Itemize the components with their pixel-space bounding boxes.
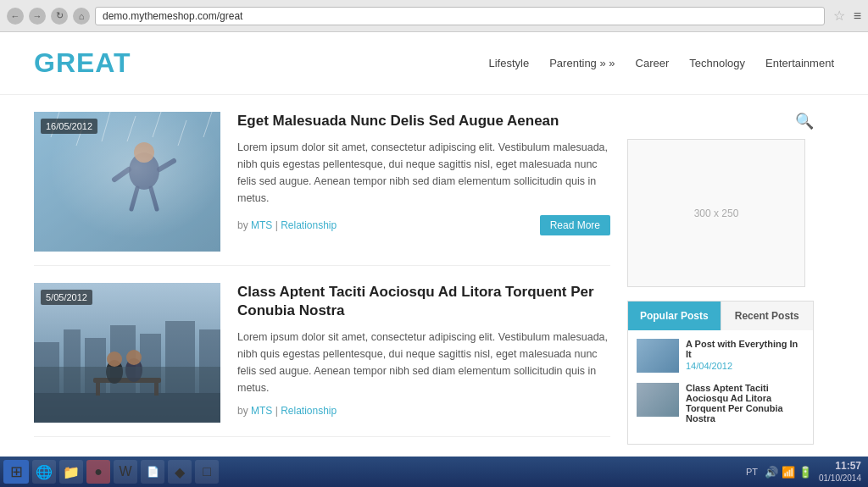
category-link[interactable]: Relationship xyxy=(281,219,337,231)
network-icon[interactable]: 📶 xyxy=(782,466,795,472)
widget-tab-content: A Post with Everything In It 14/04/2012 … xyxy=(628,330,813,444)
widget-tabs: Popular Posts Recent Posts A Post with E… xyxy=(627,301,814,445)
widget-post-thumbnail xyxy=(637,383,679,417)
bookmark-icon[interactable]: ☆ xyxy=(833,8,845,24)
website-content: GREAT Lifestyle Parenting » Career Techn… xyxy=(0,32,868,471)
post-meta: by MTS | Relationship xyxy=(237,405,610,417)
site-nav: Lifestyle Parenting » Career Technology … xyxy=(488,57,834,69)
nav-technology[interactable]: Technology xyxy=(689,57,745,69)
taskbar-folder-icon[interactable]: 📁 xyxy=(59,460,83,471)
widget-post-info: Class Aptent Taciti Aociosqu Ad Litora T… xyxy=(686,383,804,425)
taskbar-right: PT 🔊 📶 🔋 11:57 01/10/2014 xyxy=(746,460,865,471)
nav-parenting[interactable]: Parenting » xyxy=(549,57,615,69)
svg-line-7 xyxy=(178,120,186,146)
list-item: Class Aptent Taciti Aociosqu Ad Litora T… xyxy=(637,383,804,425)
svg-line-8 xyxy=(203,112,212,137)
post-content: Class Aptent Taciti Aociosqu Ad Litora T… xyxy=(237,283,610,423)
search-icon[interactable]: 🔍 xyxy=(627,112,814,130)
back-button[interactable]: ← xyxy=(7,8,24,25)
read-more-button[interactable]: Read More xyxy=(540,215,610,235)
category-link[interactable]: Relationship xyxy=(281,405,337,417)
post-content: Eget Malesuada Nunc Delis Sed Augue Aene… xyxy=(237,112,610,252)
svg-rect-17 xyxy=(64,329,81,393)
battery-icon[interactable]: 🔋 xyxy=(798,466,812,472)
post-card: 5/05/2012 Class Aptent Taciti Aociosqu A… xyxy=(34,283,610,437)
nav-lifestyle[interactable]: Lifestyle xyxy=(488,57,529,69)
svg-line-6 xyxy=(153,112,161,137)
svg-line-14 xyxy=(151,188,157,209)
widget-post-title[interactable]: Class Aptent Taciti Aociosqu Ad Litora T… xyxy=(686,383,804,423)
post-title[interactable]: Eget Malesuada Nunc Delis Sed Augue Aene… xyxy=(237,112,610,130)
recent-posts-tab[interactable]: Recent Posts xyxy=(721,302,814,330)
svg-line-11 xyxy=(114,169,129,180)
ad-placeholder: 300 x 250 xyxy=(627,139,805,287)
taskbar-app1-icon[interactable]: ● xyxy=(86,460,110,471)
svg-rect-20 xyxy=(140,334,161,393)
menu-icon[interactable]: ≡ xyxy=(854,8,861,24)
home-button[interactable]: ⌂ xyxy=(73,8,90,25)
svg-line-4 xyxy=(102,112,110,141)
svg-rect-25 xyxy=(96,383,100,396)
svg-line-5 xyxy=(127,116,136,141)
taskbar-locale: PT xyxy=(746,467,758,471)
svg-point-28 xyxy=(107,351,122,367)
address-bar[interactable]: demo.mythemeshop.com/great xyxy=(95,7,825,25)
svg-point-9 xyxy=(129,152,159,190)
widget-post-thumbnail xyxy=(637,339,679,373)
list-item: A Post with Everything In It 14/04/2012 xyxy=(637,339,804,373)
content-area: 16/05/2012 Eget Malesuada Nunc Delis Sed… xyxy=(34,112,610,454)
taskbar-app5-icon[interactable]: □ xyxy=(195,460,219,471)
refresh-button[interactable]: ↻ xyxy=(51,8,68,25)
widget-post-date: 14/04/2012 xyxy=(686,361,804,371)
widget-post-info: A Post with Everything In It 14/04/2012 xyxy=(686,339,804,373)
nav-career[interactable]: Career xyxy=(636,57,670,69)
site-header: GREAT Lifestyle Parenting » Career Techn… xyxy=(0,32,868,95)
svg-line-12 xyxy=(159,161,174,169)
svg-point-10 xyxy=(134,142,154,163)
forward-button[interactable]: → xyxy=(29,8,46,25)
post-author-category: by MTS | Relationship xyxy=(237,405,337,417)
post-thumbnail: 16/05/2012 xyxy=(34,112,220,252)
popular-posts-tab[interactable]: Popular Posts xyxy=(628,302,721,330)
svg-rect-21 xyxy=(165,321,195,393)
taskbar-sys-icons: 🔊 📶 🔋 xyxy=(765,466,812,472)
post-date: 5/05/2012 xyxy=(41,290,92,305)
widget-post-title[interactable]: A Post with Everything In It xyxy=(686,339,804,359)
speaker-icon[interactable]: 🔊 xyxy=(765,466,778,472)
taskbar-app3-icon[interactable]: 📄 xyxy=(141,460,164,471)
taskbar-app2-icon[interactable]: W xyxy=(114,460,137,471)
svg-line-13 xyxy=(131,188,137,209)
main-container: 16/05/2012 Eget Malesuada Nunc Delis Sed… xyxy=(0,95,848,471)
taskbar: ⊞ 🌐 📁 ● W 📄 ◆ □ PT 🔊 📶 🔋 11:57 01/10/201… xyxy=(0,457,868,471)
svg-point-30 xyxy=(126,350,142,365)
svg-rect-16 xyxy=(34,342,59,393)
post-thumbnail: 5/05/2012 xyxy=(34,283,220,423)
start-button[interactable]: ⊞ xyxy=(3,460,29,471)
taskbar-time: 11:57 xyxy=(819,460,861,471)
taskbar-clock[interactable]: 11:57 01/10/2014 xyxy=(819,460,861,471)
taskbar-ie-icon[interactable]: 🌐 xyxy=(32,460,56,471)
browser-toolbar: ← → ↻ ⌂ demo.mythemeshop.com/great ☆ ≡ xyxy=(0,0,868,32)
svg-rect-22 xyxy=(199,329,220,393)
windows-icon: ⊞ xyxy=(10,462,23,471)
post-meta: by MTS | Relationship Read More xyxy=(237,215,610,235)
author-link[interactable]: MTS xyxy=(251,219,272,231)
post-date: 16/05/2012 xyxy=(41,119,97,134)
svg-rect-23 xyxy=(34,393,220,423)
post-title[interactable]: Class Aptent Taciti Aociosqu Ad Litora T… xyxy=(237,283,610,320)
post-excerpt: Lorem ipsum dolor sit amet, consectetur … xyxy=(237,139,610,207)
author-link[interactable]: MTS xyxy=(251,405,272,417)
svg-rect-24 xyxy=(93,378,161,383)
taskbar-app4-icon[interactable]: ◆ xyxy=(168,460,192,471)
post-card: 16/05/2012 Eget Malesuada Nunc Delis Sed… xyxy=(34,112,610,266)
svg-rect-26 xyxy=(154,383,159,396)
post-excerpt: Lorem ipsum dolor sit amet, consectetur … xyxy=(237,329,610,396)
widget-tab-header: Popular Posts Recent Posts xyxy=(628,302,813,330)
post-author-category: by MTS | Relationship xyxy=(237,219,337,231)
site-logo: GREAT xyxy=(34,47,131,79)
sidebar: 🔍 300 x 250 Popular Posts Recent Posts A… xyxy=(627,112,814,454)
svg-rect-18 xyxy=(85,338,106,393)
nav-entertainment[interactable]: Entertainment xyxy=(765,57,834,69)
